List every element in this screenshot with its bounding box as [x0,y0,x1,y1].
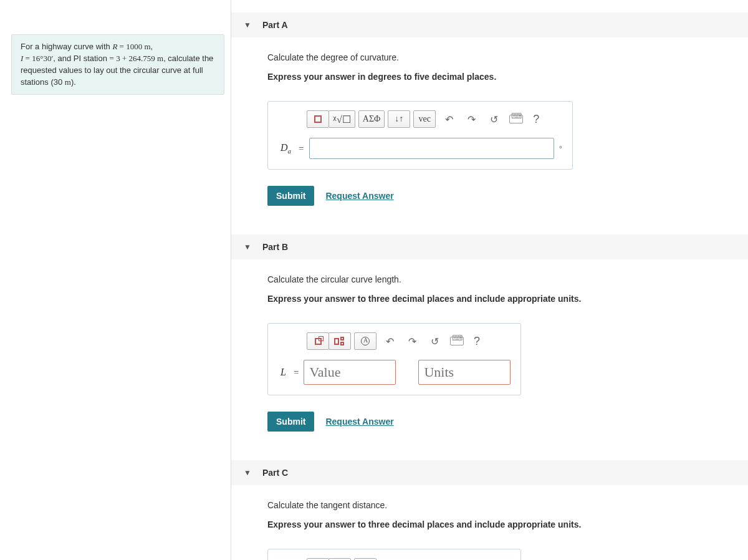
part-a-var: Da [278,142,294,155]
part-a-request-answer-link[interactable]: Request Answer [325,191,393,201]
degree-symbol: ° [559,144,562,153]
part-b-var: L [278,367,289,378]
problem-statement: For a highway curve with R = 1000 m, I =… [11,34,224,95]
part-c-answer-box: ↶ ↷ ↺ ? T = [267,549,521,560]
part-b-submit-button[interactable]: Submit [267,412,314,432]
redo-button[interactable]: ↷ [462,110,481,128]
caret-down-icon: ▼ [244,468,251,477]
part-a-body: Calculate the degree of curvature. Expre… [231,37,748,231]
part-c-header[interactable]: ▼ Part C [231,460,748,485]
part-c-body: Calculate the tangent distance. Express … [231,485,748,560]
undo-button[interactable]: ↶ [439,110,458,128]
part-b-units-input[interactable] [418,360,511,385]
part-a-instr2: Express your answer in degrees to five d… [267,70,736,84]
part-b-title: Part B [262,242,288,252]
subscript-button[interactable]: ↓↑ [388,110,410,128]
symbols-button[interactable]: ΑΣΦ [358,110,385,128]
fraction-button[interactable] [328,332,351,350]
part-b-toolbar: ↶ ↷ ↺ ? [276,330,487,356]
equals-sign: = [299,143,304,154]
part-a-toolbar: ᵡ√☐ ΑΣΦ ↓↑ vec ↶ ↷ ↺ ? [276,108,547,134]
main-content: ▼ Part A Calculate the degree of curvatu… [231,0,748,560]
part-c-title: Part C [262,468,288,478]
reset-button[interactable]: ↺ [425,332,444,350]
part-b-instr1: Calculate the circular curve length. [267,273,736,286]
part-c-instr2: Express your answer to three decimal pla… [267,518,736,531]
part-b-request-answer-link[interactable]: Request Answer [325,417,393,427]
part-b-instr2: Express your answer to three decimal pla… [267,292,736,306]
part-a-instr1: Calculate the degree of curvature. [267,51,736,64]
part-a-input[interactable] [309,138,554,159]
problem-text: For a highway curve with [21,42,112,51]
part-a-title: Part A [262,20,288,30]
undo-button[interactable]: ↶ [380,332,399,350]
keyboard-button[interactable] [507,110,525,128]
part-b-body: Calculate the circular curve length. Exp… [231,259,748,456]
part-a-submit-button[interactable]: Submit [267,186,314,206]
caret-down-icon: ▼ [244,21,251,29]
root-button[interactable]: ᵡ√☐ [328,110,355,128]
keyboard-button[interactable] [448,332,466,350]
problem-sidebar: For a highway curve with R = 1000 m, I =… [0,0,231,560]
help-button[interactable]: ? [529,113,543,126]
exponent-button[interactable] [307,332,329,350]
part-b-value-input[interactable] [304,360,396,385]
help-button[interactable]: ? [470,335,484,348]
part-b-header[interactable]: ▼ Part B [231,234,748,259]
part-a-answer-box: ᵡ√☐ ΑΣΦ ↓↑ vec ↶ ↷ ↺ ? Da = ° [267,101,573,170]
part-c-instr1: Calculate the tangent distance. [267,499,736,512]
vector-button[interactable]: vec [413,110,436,128]
part-a-header[interactable]: ▼ Part A [231,12,748,37]
part-c-toolbar: ↶ ↷ ↺ ? [276,556,487,560]
equals-sign: = [294,367,299,378]
redo-button[interactable]: ↷ [403,332,421,350]
caret-down-icon: ▼ [244,243,251,251]
part-b-answer-box: ↶ ↷ ↺ ? L = [267,323,521,395]
reset-button[interactable]: ↺ [484,110,503,128]
templates-button[interactable] [307,110,329,128]
units-angstrom-button[interactable] [354,332,376,350]
